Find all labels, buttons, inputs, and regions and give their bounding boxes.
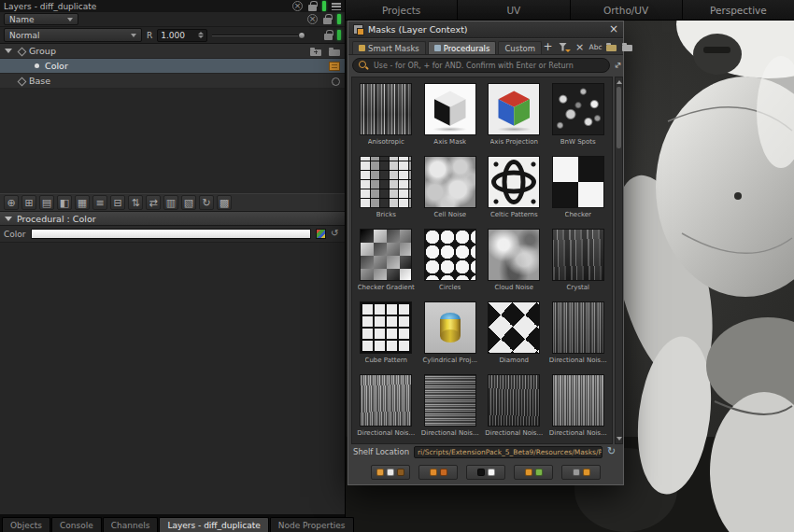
shelf-preset-button-4[interactable] <box>514 465 553 480</box>
merge-layer-icon[interactable]: ▧ <box>181 195 196 210</box>
tab-procedurals[interactable]: Procedurals <box>428 41 497 54</box>
shelf-preset-button-2[interactable] <box>418 465 458 480</box>
color-swatch-icon[interactable] <box>316 229 326 239</box>
mask-item-circles-10[interactable]: Circles <box>418 227 483 300</box>
close-icon[interactable] <box>607 24 618 35</box>
procedural-section-header[interactable]: Procedural : Color <box>0 212 345 226</box>
filter-button[interactable] <box>558 41 570 53</box>
mask-item-bnw-spots-4[interactable]: BnW Spots <box>546 81 611 154</box>
mask-item-cube-pattern-13[interactable]: Cube Pattern <box>354 300 418 372</box>
mask-thumbnail <box>552 156 604 208</box>
layer-row-group[interactable]: Group <box>0 44 345 59</box>
panel-tab-objects[interactable]: Objects <box>2 517 50 532</box>
color-value-bar[interactable] <box>31 229 312 239</box>
scroll-up-icon[interactable] <box>617 80 622 84</box>
panel-menu-icon[interactable] <box>332 3 341 10</box>
move-layer-icon[interactable]: ⇅ <box>128 195 143 210</box>
viewport-tab-perspective[interactable]: Perspective <box>683 0 794 20</box>
viewport-tab-ortho-uv[interactable]: Ortho/UV <box>571 0 683 20</box>
folder-icon[interactable] <box>329 49 340 56</box>
panel-tab-channels[interactable]: Channels <box>103 517 159 532</box>
lock-icon[interactable] <box>323 18 332 24</box>
mask-item-checker-8[interactable]: Checker <box>546 154 611 227</box>
tab-smart-masks[interactable]: Smart Masks <box>352 41 426 54</box>
layer-list-icon[interactable]: ≡ <box>92 195 107 210</box>
lock-icon[interactable] <box>308 5 317 11</box>
expander-icon[interactable] <box>5 47 13 55</box>
shelf-location-row: Shelf Location ri/Scripts/ExtensionPack_… <box>348 443 623 460</box>
add-mask-button[interactable] <box>542 41 554 53</box>
sync-layers-icon[interactable]: ↻ <box>199 195 214 210</box>
scroll-down-icon[interactable] <box>617 437 622 441</box>
mask-name: Directional Nois... <box>357 429 415 437</box>
mask-item-checker-gradient-9[interactable]: Checker Gradient <box>354 227 418 300</box>
lock-icon[interactable] <box>324 34 333 40</box>
slider-handle[interactable] <box>298 32 305 39</box>
refresh-icon[interactable] <box>607 446 618 458</box>
shelf-location-label: Shelf Location <box>353 447 409 456</box>
mask-item-axis-projection-3[interactable]: 3DAxis Projection <box>482 81 546 154</box>
clear-filter-icon[interactable] <box>307 14 318 24</box>
mask-item-directional-nois-20[interactable]: Directional Nois... <box>546 372 611 444</box>
clear-filter-button[interactable] <box>574 41 586 53</box>
mask-item-diamond-15[interactable]: Diamond <box>482 300 546 372</box>
mask-item-crystal-12[interactable]: Crystal <box>546 227 611 300</box>
name-filter-dropdown[interactable]: Name <box>4 13 78 25</box>
shelf-preset-button-3[interactable] <box>466 465 505 480</box>
layers-panel-titlebar: Layers - diff_duplicate <box>0 0 345 12</box>
mask-item-directional-nois-16[interactable]: Directional Nois... <box>546 300 611 372</box>
mask-item-cloud-noise-11[interactable]: Cloud Noise <box>482 227 546 300</box>
spinner-arrows-icon[interactable] <box>198 32 204 38</box>
panel-tab-node-properties[interactable]: Node Properties <box>270 517 354 532</box>
add-layer-icon[interactable]: ⊕ <box>4 195 19 210</box>
new-folder-button[interactable] <box>605 41 617 53</box>
shelf-path-field[interactable]: ri/Scripts/ExtensionPack_5_Beta9/Resourc… <box>414 446 603 458</box>
shelf-preset-button-1[interactable] <box>371 465 410 480</box>
blend-r-toggle[interactable]: R <box>147 31 152 40</box>
blend-mode-dropdown[interactable]: Normal <box>4 28 142 42</box>
text-filter-button[interactable]: Abc <box>589 41 602 53</box>
mask-item-anisotropic-1[interactable]: Anisotropic <box>354 81 418 154</box>
remove-layer-icon[interactable]: ⊟ <box>110 195 125 210</box>
mask-item-celtic-patterns-7[interactable]: Celtic Patterns <box>482 154 546 227</box>
mask-item-axis-mask-2[interactable]: 3DAxis Mask <box>418 81 483 154</box>
mask-thumbnail <box>552 229 604 281</box>
folder-plus-icon[interactable] <box>310 49 321 56</box>
blend-amount-field[interactable]: 1.000 <box>157 29 207 42</box>
masks-dialog-titlebar[interactable]: Masks (Layer Context) <box>348 21 623 38</box>
layer-row-base[interactable]: Base <box>0 74 345 89</box>
duplicate-layer-icon[interactable]: ▥ <box>163 195 178 210</box>
mask-name: Directional Nois... <box>485 429 543 437</box>
close-circle-icon[interactable] <box>292 1 303 11</box>
panel-tab-layers-diff-duplicate[interactable]: Layers - diff_duplicate <box>159 517 268 532</box>
mask-item-cylindrical-proj-14[interactable]: 3DCylindrical Proj... <box>418 300 483 372</box>
browse-folder-button[interactable] <box>621 41 633 53</box>
viewport-tab-uv[interactable]: UV <box>458 0 570 20</box>
mask-item-cell-noise-6[interactable]: Cell Noise <box>418 154 483 227</box>
reset-icon[interactable] <box>331 229 341 240</box>
tab-custom[interactable]: Custom <box>498 41 542 54</box>
shelf-preset-button-5[interactable] <box>561 465 601 480</box>
scrollbar[interactable] <box>615 77 623 444</box>
procedural-chip-icon[interactable] <box>329 62 340 71</box>
mask-item-bricks-5[interactable]: Bricks <box>354 154 418 227</box>
flatten-layers-icon[interactable]: ▩ <box>217 195 232 210</box>
blend-amount-slider[interactable] <box>212 29 305 42</box>
transfer-layer-icon[interactable]: ⇄ <box>146 195 161 210</box>
layer-row-color[interactable]: Color <box>0 59 345 74</box>
add-mask-icon[interactable]: ◧ <box>57 195 72 210</box>
mask-item-directional-nois-18[interactable]: Directional Nois... <box>418 372 483 444</box>
panel-tab-console[interactable]: Console <box>51 517 102 532</box>
add-adjustment-icon[interactable]: ▤ <box>39 195 54 210</box>
viewport-tab-projects[interactable]: Projects <box>346 0 458 20</box>
add-procedural-icon[interactable]: ▦ <box>75 195 90 210</box>
mask-circle-icon[interactable] <box>332 77 340 86</box>
mask-thumbnail <box>488 156 540 208</box>
add-group-icon[interactable]: ⊞ <box>21 195 36 210</box>
mask-name: Axis Mask <box>433 138 466 146</box>
scrollbar-thumb[interactable] <box>617 87 621 148</box>
mask-item-directional-nois-19[interactable]: Directional Nois... <box>482 372 546 444</box>
mask-item-directional-nois-17[interactable]: Directional Nois... <box>354 372 418 444</box>
expand-icon[interactable] <box>613 60 624 71</box>
mask-search-input[interactable] <box>374 62 603 70</box>
